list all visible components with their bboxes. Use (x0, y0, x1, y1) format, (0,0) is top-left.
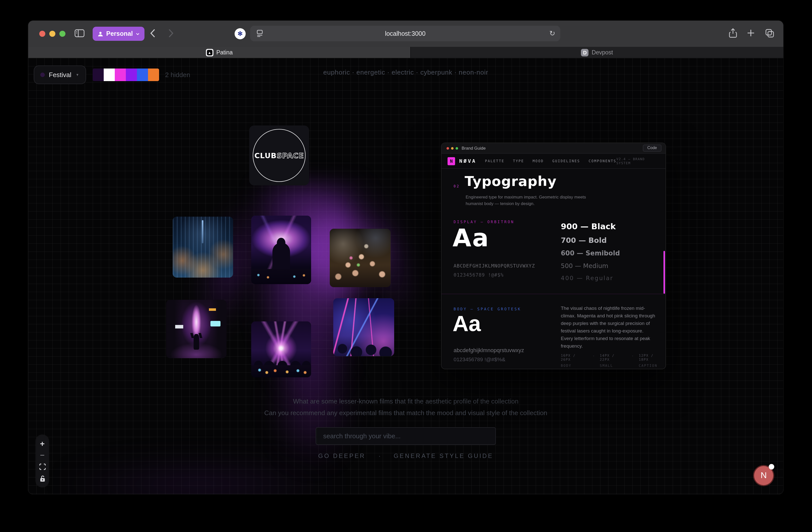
weight-500: 500 — Medium (561, 262, 620, 269)
image-festival-crowd-flash[interactable] (330, 229, 391, 287)
minimize-window-button[interactable] (49, 31, 55, 37)
go-deeper-button[interactable]: GO DEEPER (318, 452, 365, 460)
code-button[interactable]: Code (643, 144, 662, 152)
nav-guidelines[interactable]: GUIDELINES (552, 159, 580, 163)
screen: Personal ✻ localhost:3000 ↻ (0, 0, 812, 532)
zoom-window-button[interactable] (59, 31, 66, 37)
suggestion-question[interactable]: What are some lesser-known films that fi… (28, 397, 783, 405)
lock-canvas-button[interactable] (37, 473, 47, 484)
panel-scrollbar[interactable] (664, 251, 665, 294)
tab-overview-icon[interactable] (765, 29, 774, 38)
image-dj-silhouette-stage[interactable] (251, 215, 311, 284)
collection-selector[interactable]: Festival ▾ (34, 66, 86, 84)
profile-label: Personal (106, 30, 133, 37)
display-specimen: Aa (452, 224, 490, 252)
panel-zoom-dot[interactable] (455, 147, 458, 150)
palette-swatch[interactable] (148, 69, 159, 81)
close-window-button[interactable] (39, 31, 45, 37)
display-alphabet: ABCDEFGHIJKLMNOPQRSTUVWXYZ (453, 263, 535, 268)
brand-panel-header[interactable]: Brand Guide Code (441, 143, 666, 154)
panel-close-dot[interactable] (447, 147, 449, 150)
tab-devpost[interactable]: D Devpost (410, 47, 783, 58)
body-alphabet: abcdefghijklmnopqrstuvwxyz (453, 347, 524, 353)
image-city-street-night[interactable] (173, 216, 233, 278)
type-specs: 16PX / 26PX BODY · 14PX / 22PX SMALL · 1… (561, 354, 666, 368)
palette-swatch[interactable] (126, 69, 137, 81)
section-number: 02 (453, 184, 460, 188)
profile-switcher[interactable]: Personal (92, 27, 144, 41)
canvas-controls: + − (36, 435, 49, 487)
new-tab-icon[interactable] (747, 29, 755, 37)
dj-silhouette (272, 243, 290, 273)
body-numerals: 0123456789 !@#$%& (453, 356, 505, 362)
zoom-out-button[interactable]: − (37, 450, 47, 460)
section-divider (441, 294, 666, 294)
palette-swatch[interactable] (115, 69, 126, 81)
image-dj-decks-lasers[interactable] (251, 321, 311, 377)
tab-strip: ▲ Patina D Devpost (28, 47, 783, 58)
weight-900: 900 — Black (561, 222, 620, 231)
forward-button[interactable] (168, 29, 174, 38)
sidebar-toggle-icon[interactable] (74, 29, 85, 38)
brand-guide-panel[interactable]: Brand Guide Code N NØVA PALETTE TYPE MOO… (441, 143, 666, 369)
chevron-down-icon: ▾ (76, 72, 78, 77)
reader-mode-icon[interactable] (256, 29, 263, 37)
color-palette[interactable] (92, 69, 159, 81)
address-url: localhost:3000 (385, 30, 425, 37)
logo-circle: CLUBSPACE (253, 129, 306, 182)
browser-titlebar: Personal ✻ localhost:3000 ↻ (28, 20, 783, 47)
palette-swatch[interactable] (137, 69, 148, 81)
presence-dot (769, 464, 774, 470)
tab-label: Patina (216, 50, 233, 55)
collection-color-dot (40, 72, 45, 77)
brand-version: V2.4 — BRAND SYSTEM (617, 157, 659, 165)
clubspace-logo-tile[interactable]: CLUBSPACE (249, 125, 309, 185)
logo-wordmark: CLUBSPACE (255, 151, 304, 159)
actions-row: GO DEEPER · GENERATE STYLE GUIDE (28, 452, 783, 460)
suggestion-question[interactable]: Can you recommend any experimental films… (28, 409, 783, 417)
nav-components[interactable]: COMPONENTS (589, 159, 617, 163)
nav-palette[interactable]: PALETTE (485, 159, 504, 163)
tab-patina[interactable]: ▲ Patina (28, 47, 410, 58)
panel-title: Brand Guide (462, 145, 485, 151)
patina-favicon: ▲ (206, 48, 213, 56)
person-icon (98, 31, 103, 37)
nav-mood[interactable]: MOOD (533, 159, 544, 163)
chevron-down-icon (136, 32, 140, 35)
vibe-search-input[interactable] (316, 427, 496, 445)
share-icon[interactable] (729, 28, 737, 38)
brand-panel-nav: N NØVA PALETTE TYPE MOOD GUIDELINES COMP… (441, 154, 666, 169)
nav-type[interactable]: TYPE (513, 159, 524, 163)
image-club-crowd-pink-lasers[interactable] (333, 298, 394, 356)
display-numerals: 0123456789 !@#$% (453, 272, 504, 278)
palette-swatch[interactable] (104, 69, 115, 81)
spec-separator: · (593, 354, 595, 368)
image-neon-alley-figure[interactable] (166, 300, 227, 358)
devpost-favicon: D (581, 48, 589, 56)
section-description: Engineered type for maximum impact. Geom… (466, 194, 604, 207)
spec-caption: 12PX / 18PX CAPTION (639, 354, 666, 368)
tab-label: Devpost (592, 50, 613, 55)
extension-icon[interactable]: ✻ (235, 28, 246, 39)
moodboard-canvas[interactable]: Festival ▾ 2 hidden euphoric · energetic… (28, 58, 783, 494)
zoom-in-button[interactable]: + (37, 438, 47, 449)
spec-body: 16PX / 26PX BODY (561, 354, 588, 368)
weight-600: 600 — Semibold (561, 249, 620, 257)
collection-name: Festival (49, 71, 72, 79)
palette-swatch[interactable] (92, 69, 104, 81)
panel-minimize-dot[interactable] (451, 147, 453, 150)
spec-small: 14PX / 22PX SMALL (600, 354, 626, 368)
weight-400: 400 — Regular (561, 275, 620, 282)
generate-style-guide-button[interactable]: GENERATE STYLE GUIDE (394, 452, 493, 460)
weight-700: 700 — Bold (561, 236, 620, 244)
hidden-colors-label[interactable]: 2 hidden (165, 71, 190, 79)
fit-view-button[interactable] (37, 462, 47, 472)
address-bar[interactable]: localhost:3000 ↻ (250, 26, 560, 41)
purple-glow-bottom (48, 459, 350, 494)
browser-window: Personal ✻ localhost:3000 ↻ (28, 20, 783, 494)
user-avatar[interactable]: N (754, 466, 773, 485)
back-button[interactable] (150, 29, 156, 38)
refresh-icon[interactable]: ↻ (550, 29, 555, 38)
section-title: Typography (465, 173, 556, 189)
nova-logo[interactable]: N (448, 157, 455, 165)
